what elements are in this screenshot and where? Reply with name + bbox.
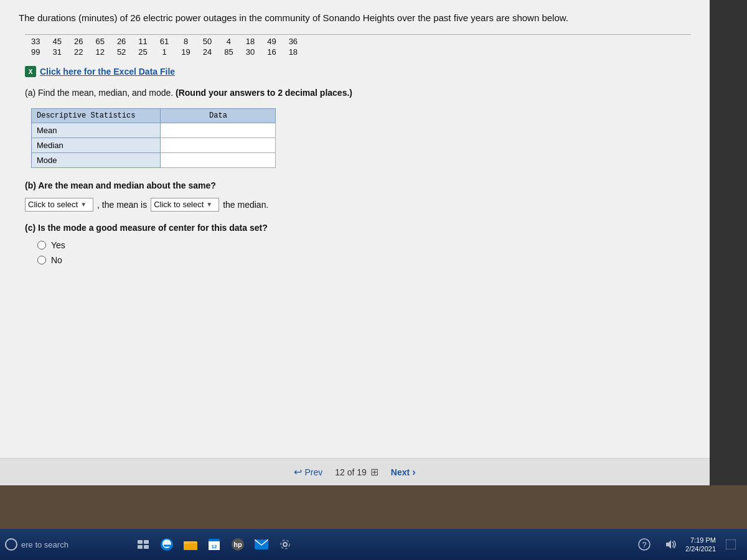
radio-yes-item[interactable]: Yes bbox=[37, 240, 691, 250]
data-cell: 12 bbox=[89, 47, 110, 57]
data-cell: 11 bbox=[132, 36, 153, 47]
page-count-text: 12 of 19 bbox=[335, 467, 367, 477]
data-cell: 22 bbox=[68, 47, 89, 57]
dropdown-1[interactable]: Click to select ▼ bbox=[25, 198, 93, 212]
radio-no-item[interactable]: No bbox=[37, 255, 691, 265]
mail-icon[interactable] bbox=[250, 532, 273, 557]
after-text: the median. bbox=[223, 200, 268, 210]
taskbar-search[interactable]: ere to search bbox=[5, 538, 129, 551]
data-cell: 8 bbox=[175, 36, 196, 47]
prev-button[interactable]: ↩ Prev bbox=[294, 466, 322, 478]
data-cell: 52 bbox=[111, 47, 132, 57]
stats-col-header-2: Data bbox=[161, 108, 276, 123]
mode-input[interactable] bbox=[166, 156, 270, 165]
svg-rect-1 bbox=[144, 540, 149, 544]
radio-yes-label: Yes bbox=[51, 240, 65, 250]
search-circle-icon bbox=[5, 538, 17, 551]
system-tray: ? 7:19 PM 2/24/2021 bbox=[633, 532, 742, 557]
between-text: , the mean is bbox=[97, 200, 147, 210]
prev-label: Prev bbox=[304, 467, 322, 477]
help-icon[interactable]: ? bbox=[633, 532, 655, 557]
stats-label-mean: Mean bbox=[32, 123, 161, 138]
edge-browser-icon[interactable] bbox=[156, 532, 178, 557]
stats-value-median[interactable] bbox=[161, 138, 276, 152]
data-cell: 18 bbox=[240, 36, 261, 47]
radio-yes-circle[interactable] bbox=[37, 241, 46, 250]
next-button[interactable]: Next › bbox=[391, 467, 416, 478]
data-cell: 26 bbox=[68, 36, 89, 47]
stats-value-mean[interactable] bbox=[161, 123, 276, 138]
grid-icon: ⊞ bbox=[370, 466, 378, 478]
stats-col-header-1: Descriptive Statistics bbox=[32, 108, 161, 123]
question-a: (a) Find the mean, median, and mode. (Ro… bbox=[25, 87, 691, 100]
stats-label-mode: Mode bbox=[32, 152, 161, 167]
data-row-1: 33 45 26 65 26 11 61 8 50 4 18 49 36 bbox=[25, 36, 304, 47]
svg-rect-3 bbox=[144, 545, 149, 549]
clock-time: 7:19 PM bbox=[685, 536, 716, 544]
data-cell: 1 bbox=[154, 47, 175, 57]
data-cell: 18 bbox=[283, 47, 304, 57]
data-cell: 24 bbox=[197, 47, 218, 57]
radio-group: Yes No bbox=[37, 240, 691, 265]
radio-no-label: No bbox=[51, 255, 62, 265]
taskbar-icons: 12 hp bbox=[132, 532, 296, 557]
stats-value-mode[interactable] bbox=[161, 152, 276, 167]
nav-bar: ↩ Prev 12 of 19 ⊞ Next › bbox=[0, 458, 710, 485]
notification-icon[interactable] bbox=[720, 532, 742, 557]
svg-rect-2 bbox=[138, 545, 143, 549]
settings-icon[interactable] bbox=[274, 532, 296, 557]
taskview-icon[interactable] bbox=[132, 532, 154, 557]
data-cell: 31 bbox=[46, 47, 67, 57]
volume-icon[interactable] bbox=[659, 532, 682, 557]
next-label: Next bbox=[391, 467, 410, 477]
data-cell: 19 bbox=[175, 47, 196, 57]
excel-icon: X bbox=[25, 66, 36, 77]
svg-rect-7 bbox=[184, 541, 189, 544]
stats-label-median: Median bbox=[32, 138, 161, 152]
data-cell: 65 bbox=[89, 36, 110, 47]
data-cell: 45 bbox=[46, 36, 67, 47]
excel-link-container: X Click here for the Excel Data File bbox=[25, 66, 691, 77]
data-cell: 99 bbox=[25, 47, 46, 57]
content-area: The durations (minutes) of 26 electric p… bbox=[0, 0, 710, 458]
data-row-2: 99 31 22 12 52 25 1 19 24 85 30 16 18 bbox=[25, 47, 304, 57]
data-cell: 4 bbox=[218, 36, 239, 47]
question-a-text: (a) Find the mean, median, and mode. bbox=[25, 88, 173, 98]
taskbar: ere to search bbox=[0, 529, 747, 560]
svg-marker-18 bbox=[666, 540, 671, 549]
data-cell: 26 bbox=[111, 36, 132, 47]
svg-rect-0 bbox=[138, 540, 143, 544]
calendar-icon[interactable]: 12 bbox=[203, 532, 225, 557]
prev-arrow-icon: ↩ bbox=[294, 466, 302, 478]
dropdown-1-arrow: ▼ bbox=[80, 201, 87, 208]
dropdown-2[interactable]: Click to select ▼ bbox=[151, 198, 219, 212]
radio-no-circle[interactable] bbox=[37, 256, 46, 264]
svg-text:hp: hp bbox=[233, 541, 242, 548]
mean-input[interactable] bbox=[166, 126, 270, 135]
data-cell: 25 bbox=[132, 47, 153, 57]
excel-data-link[interactable]: Click here for the Excel Data File bbox=[40, 67, 175, 77]
system-time: 7:19 PM 2/24/2021 bbox=[685, 536, 716, 554]
file-explorer-icon[interactable] bbox=[179, 532, 202, 557]
search-text: ere to search bbox=[21, 540, 68, 549]
dropdown-1-text: Click to select bbox=[28, 200, 78, 209]
data-table: 33 45 26 65 26 11 61 8 50 4 18 49 36 99 … bbox=[25, 34, 691, 57]
svg-text:?: ? bbox=[642, 541, 647, 549]
data-cell: 30 bbox=[240, 47, 261, 57]
question-b-label: (b) Are the mean and median about the sa… bbox=[25, 180, 691, 190]
data-cell: 61 bbox=[154, 36, 175, 47]
median-input[interactable] bbox=[166, 141, 270, 150]
svg-rect-6 bbox=[184, 543, 197, 550]
svg-rect-19 bbox=[726, 539, 736, 549]
stats-table: Descriptive Statistics Data Mean Median bbox=[31, 108, 276, 168]
svg-text:12: 12 bbox=[212, 544, 217, 549]
data-cell: 33 bbox=[25, 36, 46, 47]
app-icon[interactable]: hp bbox=[227, 532, 249, 557]
part-b-content: Click to select ▼ , the mean is Click to… bbox=[25, 198, 691, 212]
next-arrow-icon: › bbox=[412, 467, 415, 478]
data-cell: 85 bbox=[218, 47, 239, 57]
clock-date: 2/24/2021 bbox=[685, 544, 716, 553]
data-cell: 49 bbox=[261, 36, 282, 47]
stats-row-mode: Mode bbox=[32, 152, 276, 167]
stats-row-median: Median bbox=[32, 138, 276, 152]
